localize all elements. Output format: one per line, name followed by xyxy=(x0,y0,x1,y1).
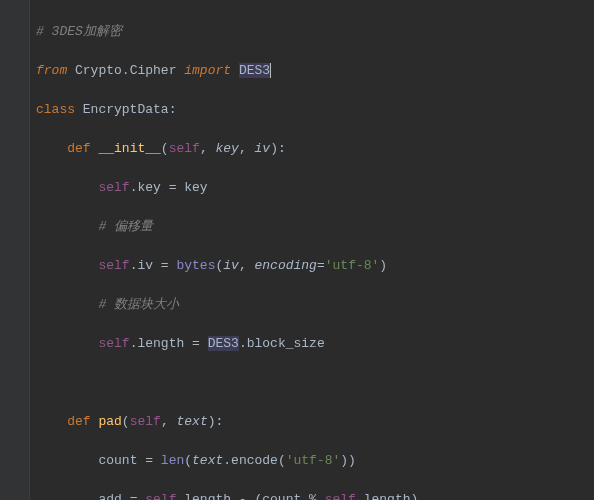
code: .block_size xyxy=(239,336,325,351)
self: self xyxy=(98,336,129,351)
comma: , xyxy=(200,141,216,156)
comment: # 数据块大小 xyxy=(98,297,179,312)
param: iv xyxy=(223,258,239,273)
paren: )) xyxy=(340,453,356,468)
param: iv xyxy=(255,141,271,156)
self: self xyxy=(145,492,176,501)
kw-class: class xyxy=(36,102,75,117)
code: .encode( xyxy=(223,453,285,468)
paren: ( xyxy=(161,141,169,156)
self: self xyxy=(169,141,200,156)
pkg: Crypto.Cipher xyxy=(67,63,184,78)
self: self xyxy=(325,492,356,501)
classref: DES3 xyxy=(208,336,239,351)
code-editor[interactable]: # 3DES加解密 from Crypto.Cipher import DES3… xyxy=(0,0,594,500)
builtin: len xyxy=(161,453,184,468)
paren: ): xyxy=(270,141,286,156)
class-name: EncryptData: xyxy=(75,102,176,117)
comma: , xyxy=(239,141,255,156)
code: .length = xyxy=(130,336,208,351)
def-name: __init__ xyxy=(98,141,160,156)
code: .iv = xyxy=(130,258,177,273)
string: 'utf-8' xyxy=(325,258,380,273)
gutter xyxy=(0,0,30,500)
param: text xyxy=(192,453,223,468)
self: self xyxy=(130,414,161,429)
paren: ): xyxy=(208,414,224,429)
code: .key = key xyxy=(130,180,208,195)
code-area[interactable]: # 3DES加解密 from Crypto.Cipher import DES3… xyxy=(30,0,594,500)
eq: = xyxy=(317,258,325,273)
kwarg: encoding xyxy=(255,258,317,273)
kw-def: def xyxy=(67,414,90,429)
comment: # 3DES加解密 xyxy=(36,24,122,39)
comma: , xyxy=(239,258,255,273)
kw-import: import xyxy=(184,63,231,78)
paren: ( xyxy=(184,453,192,468)
builtin: bytes xyxy=(176,258,215,273)
param: key xyxy=(216,141,239,156)
comma: , xyxy=(161,414,177,429)
import-name: DES3 xyxy=(239,63,271,78)
def-name: pad xyxy=(98,414,121,429)
paren: ( xyxy=(122,414,130,429)
param: text xyxy=(176,414,207,429)
kw-from: from xyxy=(36,63,67,78)
sp xyxy=(231,63,239,78)
self: self xyxy=(98,180,129,195)
code: count = xyxy=(98,453,160,468)
code: .length) xyxy=(356,492,418,501)
self: self xyxy=(98,258,129,273)
code: add = xyxy=(98,492,145,501)
kw-def: def xyxy=(67,141,90,156)
comment: # 偏移量 xyxy=(98,219,153,234)
string: 'utf-8' xyxy=(286,453,341,468)
paren: ) xyxy=(379,258,387,273)
code: .length - (count % xyxy=(176,492,324,501)
